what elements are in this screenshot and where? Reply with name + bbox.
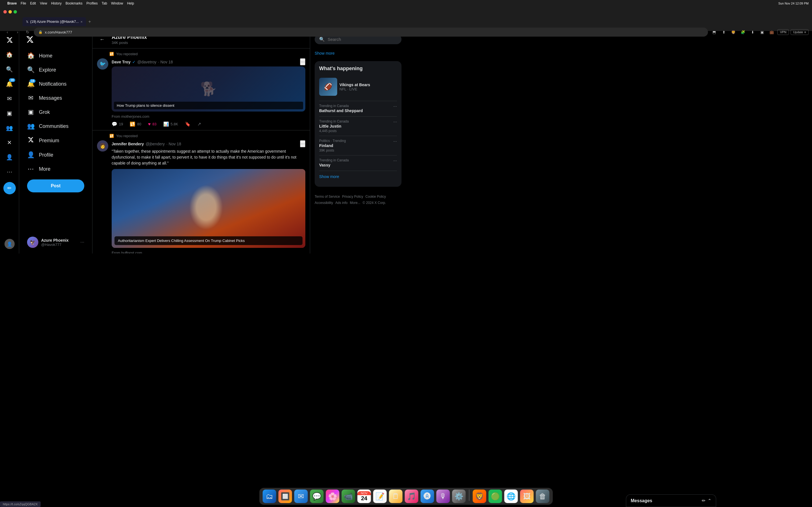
verified-badge-top: ✓ xyxy=(132,60,136,64)
trending-more-little-justin[interactable]: ··· xyxy=(393,119,397,124)
share-action-top[interactable]: ↗ xyxy=(197,121,201,127)
profiles-menu[interactable]: Profiles xyxy=(87,1,98,5)
sidebar-narrow-premium[interactable]: ✕ xyxy=(3,136,16,149)
sidebar-narrow-profile[interactable]: 👤 xyxy=(3,151,16,164)
menu-bar-left: Brave File Edit View History Bookmarks P… xyxy=(3,1,134,5)
trending-item-vassy[interactable]: Trending in Canada Vassy ··· xyxy=(319,156,397,171)
show-more-bottom[interactable]: Show more xyxy=(319,171,397,182)
tweet-header-jbendery: Jennifer Bendery @jbendery · Nov 18 ··· xyxy=(112,140,305,147)
sidebar-narrow-notifications[interactable]: 🔔 19 xyxy=(3,77,16,91)
edit-menu[interactable]: Edit xyxy=(30,1,36,5)
reload-button[interactable]: ↻ xyxy=(24,28,32,36)
user-info-section[interactable]: 🦅 Azure Phoenix @Havok777 ⋯ xyxy=(22,233,89,251)
tweet-media-top[interactable]: 🐕 How Trump plans to silence dissent xyxy=(112,66,305,112)
sidebar-narrow-home[interactable]: 🏠 xyxy=(3,48,16,61)
brave-menu[interactable]: Brave xyxy=(7,1,17,5)
author-name-jbendery[interactable]: Jennifer Bendery xyxy=(112,142,144,146)
sidebar-item-more[interactable]: ⋯ More xyxy=(22,162,89,176)
tweet-more-button-top[interactable]: ··· xyxy=(300,58,305,65)
comment-action-top[interactable]: 💬 19 xyxy=(112,121,123,127)
user-handle: @Havok777 xyxy=(41,242,78,247)
tweet-more-button-jbendery[interactable]: ··· xyxy=(300,140,305,147)
trending-item-little-justin[interactable]: Trending in Canada Little Justin 4,445 p… xyxy=(319,117,397,136)
tweet-media-jbendery[interactable]: Authoritarianism Expert Delivers Chillin… xyxy=(112,169,305,248)
trending-item-bathurst[interactable]: Trending in Canada Bathurst and Sheppard… xyxy=(319,101,397,117)
forward-button[interactable]: › xyxy=(13,28,21,36)
trending-item-nfl[interactable]: 🏈 Vikings at Bears NFL · LIVE xyxy=(319,75,397,101)
sidebar-narrow-grok[interactable]: ▣ xyxy=(3,107,16,120)
retweet-action-top[interactable]: 🔁 80 xyxy=(130,121,141,127)
file-menu[interactable]: File xyxy=(20,1,26,5)
history-menu[interactable]: History xyxy=(51,1,61,5)
tweet-body-jbendery: 👩 Jennifer Bendery @jbendery · Nov 18 ··… xyxy=(97,140,305,253)
trending-topic-little-justin: Little Justin xyxy=(319,124,349,128)
trending-info-little-justin: Trending in Canada Little Justin 4,445 p… xyxy=(319,119,349,133)
user-avatar-narrow[interactable]: 👤 xyxy=(4,239,15,249)
trump-image: Authoritarianism Expert Delivers Chillin… xyxy=(112,169,305,248)
nfl-subtitle: NFL · LIVE xyxy=(340,87,370,91)
close-window-button[interactable] xyxy=(3,10,7,13)
sidebar-narrow-more[interactable]: ⋯ xyxy=(3,165,16,179)
reposted-by-top: You reposted xyxy=(116,52,138,56)
bookmark-action-top[interactable]: 🔖 xyxy=(185,121,191,127)
sidebar-item-communities[interactable]: 👥 Communities xyxy=(22,119,89,133)
sidebar-item-messages[interactable]: ✉ Messages xyxy=(22,91,89,105)
tweet-text-jbendery: "Taken together, these appointments sugg… xyxy=(112,149,305,166)
sidebar-item-profile[interactable]: 👤 Profile xyxy=(22,148,89,162)
minimize-window-button[interactable] xyxy=(8,10,12,13)
tab-menu[interactable]: Tab xyxy=(102,1,107,5)
trending-more-vassy[interactable]: ··· xyxy=(393,158,397,163)
address-bar[interactable]: 🔒 x.com/Havok777 xyxy=(34,27,406,37)
app-layout: 🏠 🔍 🔔 19 ✉ ▣ 👥 ✕ 👤 ⋯ ✏ 👤 🏠 Home 🔍 Explor… xyxy=(0,31,406,253)
browser-tab-x[interactable]: 𝕏 (19) Azure Phoenix (@Havok7... ✕ xyxy=(22,17,86,26)
footer-cookie[interactable]: Cookie Policy xyxy=(365,194,386,199)
author-name-top[interactable]: Dave Troy xyxy=(112,60,131,64)
profile-post-count: 34K posts xyxy=(112,41,128,45)
sidebar-item-grok[interactable]: ▣ Grok xyxy=(22,105,89,119)
sidebar-item-home[interactable]: 🏠 Home xyxy=(22,49,89,63)
footer-accessibility[interactable]: Accessibility xyxy=(315,201,333,205)
new-tab-button[interactable]: + xyxy=(87,18,92,25)
tweet-avatar-davetroy-top[interactable]: 🐦 xyxy=(97,58,108,69)
tweet-avatar-jbendery[interactable]: 👩 xyxy=(97,140,108,152)
user-display-name: Azure Phoenix xyxy=(41,238,78,242)
view-menu[interactable]: View xyxy=(40,1,47,5)
profile-icon: 👤 xyxy=(27,151,35,159)
sidebar-item-explore[interactable]: 🔍 Explore xyxy=(22,63,89,77)
help-menu[interactable]: Help xyxy=(127,1,134,5)
retweet-indicator-jbendery: 🔁 You reposted xyxy=(109,134,305,138)
footer-ads[interactable]: Ads info xyxy=(335,201,347,205)
trending-info-finland: Politics · Trending Finland 39K posts xyxy=(319,139,346,152)
trump-face-shape xyxy=(189,185,223,230)
maximize-window-button[interactable] xyxy=(13,10,17,13)
post-button[interactable]: Post xyxy=(27,179,84,192)
tweet-content-top: Dave Troy ✓ @davetroy · Nov 18 ··· 🐕 How… xyxy=(112,58,305,127)
retweet-icon-action-top: 🔁 xyxy=(130,121,135,127)
trending-more-finland[interactable]: ··· xyxy=(393,139,397,144)
footer-tos[interactable]: Terms of Service xyxy=(315,194,340,199)
traffic-lights xyxy=(3,10,17,13)
back-button[interactable]: ‹ xyxy=(3,28,11,36)
browser-nav: ‹ › ↻ 🔒 x.com/Havok777 ⬒ ⬆ 🦁 🧩 ⬇ ▣ 💼 VPN… xyxy=(0,26,406,38)
trending-topic-bathurst: Bathurst and Sheppard xyxy=(319,108,363,113)
comment-count-top: 19 xyxy=(119,122,123,126)
post-button-narrow[interactable]: ✏ xyxy=(3,182,16,194)
sidebar-item-notifications[interactable]: 🔔 19 Notifications xyxy=(22,77,89,91)
show-more-top[interactable]: Show more xyxy=(315,49,402,58)
footer-privacy[interactable]: Privacy Policy xyxy=(342,194,363,199)
window-menu[interactable]: Window xyxy=(111,1,123,5)
trending-item-finland[interactable]: Politics · Trending Finland 39K posts ··… xyxy=(319,136,397,156)
trending-more-bathurst[interactable]: ··· xyxy=(393,104,397,109)
sidebar-narrow-communities[interactable]: 👥 xyxy=(3,121,16,135)
like-action-top[interactable]: ♥ 83 xyxy=(148,122,156,127)
author-handle-jbendery: @jbendery xyxy=(146,142,165,146)
bookmarks-menu[interactable]: Bookmarks xyxy=(66,1,83,5)
sidebar-item-premium[interactable]: Premium xyxy=(22,133,89,148)
nfl-title: Vikings at Bears xyxy=(340,82,370,87)
footer-more[interactable]: More... xyxy=(350,201,360,205)
sidebar-narrow-explore[interactable]: 🔍 xyxy=(3,62,16,76)
sidebar-narrow-messages[interactable]: ✉ xyxy=(3,92,16,105)
tab-close-button[interactable]: ✕ xyxy=(80,20,83,23)
premium-icon xyxy=(27,136,35,145)
sidebar-profile-label: Profile xyxy=(39,152,53,158)
